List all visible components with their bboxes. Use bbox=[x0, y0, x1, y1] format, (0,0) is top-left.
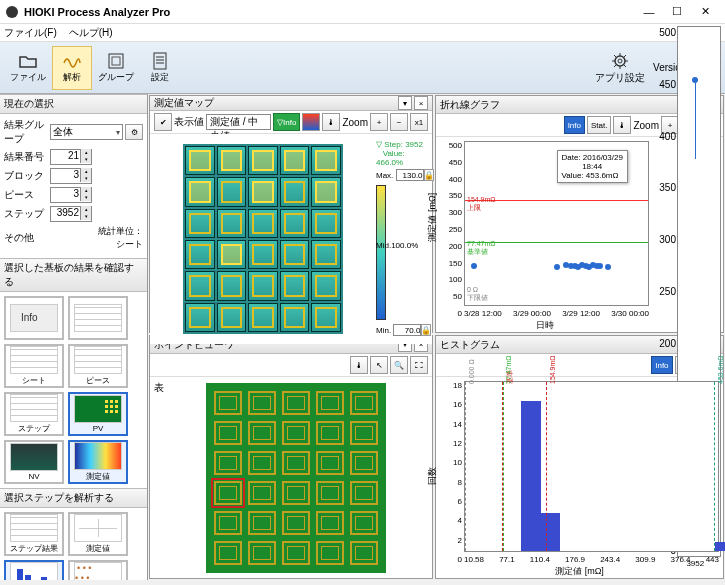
sidebar: 現在の選択 結果グループ 全体 ⚙ 結果番号21 ブロック3 ピース3 ステップ… bbox=[0, 94, 148, 580]
min-input[interactable] bbox=[393, 324, 421, 336]
max-input[interactable] bbox=[396, 169, 424, 181]
step-input[interactable]: 3952 bbox=[50, 206, 92, 222]
map-close-button[interactable]: × bbox=[414, 96, 428, 110]
maximize-button[interactable]: ☐ bbox=[663, 2, 691, 22]
linechart-pane: 折れ線グラフ ▾ × Info Stat. 🌡 Zoom + − x1 測定値 … bbox=[435, 95, 724, 333]
line-stat-button[interactable]: Stat. bbox=[587, 116, 611, 134]
map-title: 測定値マップ bbox=[154, 96, 396, 110]
menu-file[interactable]: ファイル(F) bbox=[4, 26, 57, 40]
zoom-in-button[interactable]: + bbox=[370, 113, 388, 131]
color-scale: ▽ Step: 3952 Value: 466.0% Max. 🔒 Mid. 1… bbox=[376, 140, 426, 338]
svg-rect-0 bbox=[109, 54, 123, 68]
map-display-label: 表示値 bbox=[174, 115, 204, 129]
window-title: HIOKI Process Analyzer Pro bbox=[24, 6, 635, 18]
tool-analysis[interactable]: 解析 bbox=[52, 46, 92, 90]
zoom-reset-button[interactable]: x1 bbox=[410, 113, 428, 131]
map-display-dropdown[interactable]: 測定値 / 中央値 bbox=[206, 114, 271, 130]
tool-file[interactable]: ファイル bbox=[8, 46, 48, 90]
thumb-info[interactable] bbox=[4, 296, 64, 340]
resultno-input[interactable]: 21 bbox=[50, 149, 92, 165]
svg-rect-2 bbox=[154, 53, 166, 69]
piece-label: ピース bbox=[4, 188, 50, 202]
menu-help[interactable]: ヘルプ(H) bbox=[69, 26, 113, 40]
thumb-pv[interactable]: PV bbox=[68, 392, 128, 436]
resultno-label: 結果番号 bbox=[4, 150, 50, 164]
titlebar: HIOKI Process Analyzer Pro — ☐ ✕ bbox=[0, 0, 725, 24]
min-lock-icon[interactable]: 🔒 bbox=[421, 324, 431, 336]
piece-input[interactable]: 3 bbox=[50, 187, 92, 203]
map-ok-button[interactable]: ✔ bbox=[154, 113, 172, 131]
folder-icon bbox=[18, 51, 38, 71]
histogram-chart[interactable]: 回数 181614121086420 0.000 Ω基準77.47mΩ154.9… bbox=[436, 377, 723, 578]
thumb-blank1[interactable] bbox=[68, 296, 128, 340]
sidebar-header-board: 選択した基板の結果を確認する bbox=[0, 258, 147, 292]
block-input[interactable]: 3 bbox=[50, 168, 92, 184]
pointviewer-pane: ポイントビューワ ▾ × 🌡 ↖ 🔍 ⛶ 表 bbox=[149, 335, 433, 579]
linechart-title: 折れ線グラフ bbox=[440, 98, 687, 112]
document-icon bbox=[150, 51, 170, 71]
zoom-label: Zoom bbox=[342, 117, 368, 128]
colorbar-icon[interactable] bbox=[302, 113, 320, 131]
thumb-meas-bar[interactable]: 測定値 bbox=[4, 560, 64, 580]
pv-search-icon[interactable]: 🔍 bbox=[390, 356, 408, 374]
pv-table-label: 表 bbox=[154, 381, 164, 574]
thumb-meas[interactable]: 測定値 bbox=[68, 440, 128, 484]
pv-pointer-icon[interactable]: ↖ bbox=[370, 356, 388, 374]
close-button[interactable]: ✕ bbox=[691, 2, 719, 22]
thumb-meas-line[interactable]: 測定値 bbox=[68, 512, 128, 556]
map-dropdown-button[interactable]: ▾ bbox=[398, 96, 412, 110]
svg-point-3 bbox=[615, 56, 625, 66]
line-info-button[interactable]: Info bbox=[564, 116, 585, 134]
gear-icon bbox=[610, 51, 630, 71]
toolbar: ファイル 解析 グループ 設定 アプリ設定 Version 2.00.0 bbox=[0, 42, 725, 94]
menubar: ファイル(F) ヘルプ(H) bbox=[0, 24, 725, 42]
app-settings-button[interactable]: アプリ設定 bbox=[595, 51, 645, 85]
thumb-step[interactable]: ステップ bbox=[4, 392, 64, 436]
thumb-meas-scatter[interactable]: 測定値 bbox=[68, 560, 128, 580]
colorbar bbox=[376, 185, 386, 320]
thumb-grid-2: ステップ結果 測定値 測定値 測定値 測定値 bbox=[0, 508, 147, 580]
map-thermometer-icon[interactable]: 🌡 bbox=[322, 113, 340, 131]
block-label: ブロック bbox=[4, 169, 50, 183]
group-config-button[interactable]: ⚙ bbox=[125, 124, 143, 140]
map-pane: 測定値マップ ▾ × ✔ 表示値 測定値 / 中央値 ▽Info 🌡 Zoom … bbox=[149, 95, 433, 333]
thumb-sheet[interactable]: シート bbox=[4, 344, 64, 388]
group-dropdown[interactable]: 全体 bbox=[50, 124, 123, 140]
step-label: ステップ bbox=[4, 207, 50, 221]
thumb-grid-1: シート ピース ステップ PV NV 測定値 bbox=[0, 292, 147, 488]
max-lock-icon[interactable]: 🔒 bbox=[424, 169, 434, 181]
group-label: 結果グループ bbox=[4, 118, 50, 146]
pv-grid[interactable] bbox=[206, 383, 386, 573]
pv-thermometer-icon[interactable]: 🌡 bbox=[350, 356, 368, 374]
thumb-piece[interactable]: ピース bbox=[68, 344, 128, 388]
hist-title: ヒストグラム bbox=[440, 338, 687, 352]
other-label: その他 bbox=[4, 231, 50, 245]
svg-point-4 bbox=[618, 59, 622, 63]
tool-settings[interactable]: 設定 bbox=[140, 46, 180, 90]
wave-icon bbox=[62, 51, 82, 71]
minimize-button[interactable]: — bbox=[635, 2, 663, 22]
wafer-map[interactable] bbox=[183, 144, 343, 334]
thumb-nv[interactable]: NV bbox=[4, 440, 64, 484]
map-info-button[interactable]: ▽Info bbox=[273, 113, 300, 131]
stat-unit-label: 統計単位： シート bbox=[50, 225, 143, 251]
line-thermometer-icon[interactable]: 🌡 bbox=[613, 116, 631, 134]
zoom-out-button[interactable]: − bbox=[390, 113, 408, 131]
sidebar-header-step: 選択ステップを解析する bbox=[0, 488, 147, 508]
app-logo-icon bbox=[6, 6, 18, 18]
group-icon bbox=[106, 51, 126, 71]
sidebar-header-selection: 現在の選択 bbox=[0, 94, 147, 114]
line-chart[interactable]: 測定値 [mΩ] 500450400350300250200150100500 … bbox=[436, 137, 653, 332]
svg-rect-1 bbox=[112, 57, 120, 65]
tool-group[interactable]: グループ bbox=[96, 46, 136, 90]
pv-fullscreen-icon[interactable]: ⛶ bbox=[410, 356, 428, 374]
line-tooltip: Date: 2016/03/29 18:44 Value: 453.6mΩ bbox=[557, 150, 628, 183]
thumb-stepresult[interactable]: ステップ結果 bbox=[4, 512, 64, 556]
